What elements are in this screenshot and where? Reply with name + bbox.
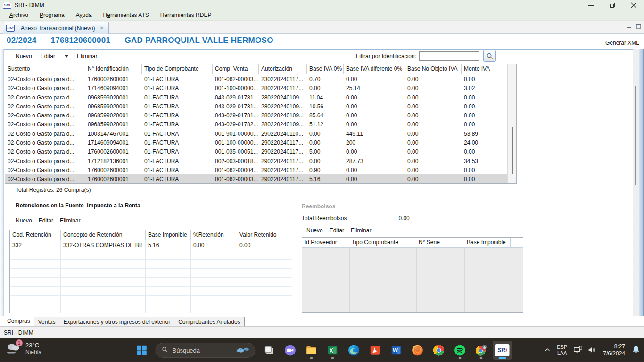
view-maximize-icon[interactable]	[636, 24, 641, 30]
network-icon[interactable]	[573, 345, 583, 356]
column-header[interactable]: Tipo de Comprobante	[142, 64, 213, 74]
scrollbar-thumb[interactable]	[512, 127, 513, 174]
table-row[interactable]: 02-Costo o Gasto para d...17600026000010…	[5, 165, 516, 174]
column-header[interactable]: Base IVA diferente 0%	[344, 64, 405, 74]
filter-input[interactable]	[419, 51, 479, 61]
column-header[interactable]: Monto IVA	[462, 64, 507, 74]
cell: 0.00	[405, 165, 462, 174]
dropdown-caret-icon[interactable]	[65, 55, 68, 58]
column-header[interactable]: Concepto de Retención	[61, 230, 146, 240]
cell	[237, 296, 283, 304]
toolbar-editar-button[interactable]: Editar	[330, 227, 344, 234]
volume-icon[interactable]	[587, 345, 597, 356]
tab-compras[interactable]: Compras	[3, 316, 34, 326]
toolbar-nuevo-button[interactable]: Nuevo	[16, 217, 32, 224]
table-row[interactable]: 02-Costo o Gasto para d...17121821360010…	[5, 156, 516, 165]
cell: 230220240117...	[259, 74, 307, 83]
cell: 01-FACTURA	[142, 165, 213, 174]
column-header[interactable]: N° Serie	[416, 238, 464, 247]
word-icon[interactable]: W	[387, 341, 406, 360]
toolbar-eliminar-button[interactable]: Eliminar	[351, 227, 371, 234]
tab-close-icon[interactable]: ✕	[99, 25, 103, 31]
tab-anexo-transaccional[interactable]: SRi Anexo Transaccional (Nuevo) ✕	[3, 22, 109, 34]
table-row[interactable]: 02-Costo o Gasto para d...09685990200010…	[5, 120, 516, 129]
weather-widget[interactable]: 1 23°C Niebla	[5, 341, 41, 357]
notification-bell-icon[interactable]	[631, 345, 641, 356]
column-header[interactable]: Valor Retenido	[237, 230, 283, 240]
form-vertical-scrollbar[interactable]	[633, 49, 639, 316]
chrome-icon[interactable]	[429, 341, 448, 360]
tray-chevron-icon[interactable]	[544, 346, 551, 355]
table-row[interactable]: 02-Costo o Gasto para d...17146090940010…	[5, 83, 516, 92]
column-header[interactable]: Id Proveedor	[302, 238, 349, 247]
column-header[interactable]: Sustento	[5, 64, 85, 74]
menu-programa[interactable]: Programa	[34, 11, 70, 20]
column-header[interactable]: Base No Objeto IVA	[405, 64, 462, 74]
cell	[146, 287, 191, 295]
menu-herramientas-ats[interactable]: Herramientas ATS	[98, 11, 155, 20]
firefox-icon[interactable]	[408, 341, 427, 360]
restore-button[interactable]	[602, 0, 623, 10]
toolbar-nuevo-button[interactable]: Nuevo	[306, 227, 323, 234]
start-button[interactable]	[132, 341, 151, 360]
pdf-reader-icon[interactable]	[366, 341, 385, 360]
clock[interactable]: 8:27 7/6/2024	[603, 343, 625, 357]
table-row[interactable]: 02-Costo o Gasto para d...17600026000010…	[5, 174, 516, 183]
table-row[interactable]: 332332-OTRAS COMPRAS DE BIE...5.160.000.…	[10, 240, 292, 251]
chat-icon[interactable]	[281, 341, 300, 360]
table-row[interactable]: 02-Costo o Gasto para d...17600026000010…	[5, 147, 516, 156]
toolbar-eliminar-button[interactable]: Eliminar	[60, 217, 80, 224]
compras-scrollbar[interactable]	[507, 64, 516, 183]
close-button[interactable]	[623, 0, 644, 10]
toolbar-editar-button[interactable]: Editar	[39, 217, 53, 224]
column-header[interactable]: Comp. Venta	[213, 64, 259, 74]
reembolsos-table[interactable]: Id ProveedorTipo ComprobanteN° SerieBase…	[302, 237, 523, 313]
file-explorer-icon[interactable]	[302, 341, 321, 360]
cell: 0.00	[462, 74, 507, 83]
minimize-button[interactable]	[580, 0, 602, 10]
excel-icon[interactable]: X	[323, 341, 342, 360]
column-header[interactable]: Base Imponible	[146, 230, 191, 240]
reembolsos-title: Reembolsos	[302, 203, 335, 210]
edge-icon[interactable]	[345, 341, 363, 360]
table-row[interactable]: 02-Costo o Gasto para d...09685990200010…	[5, 111, 516, 120]
table-row[interactable]: 02-Costo o Gasto para d...10031474670010…	[5, 129, 516, 138]
task-view-icon[interactable]	[260, 341, 279, 360]
table-row[interactable]: 02-Costo o Gasto para d...09685990200010…	[5, 93, 516, 102]
tab-comprobantes[interactable]: Comprobantes Anulados	[174, 317, 244, 326]
toolbar-nuevo-button[interactable]: Nuevo	[16, 53, 32, 59]
spotify-icon[interactable]	[451, 341, 470, 360]
search-button[interactable]	[483, 50, 496, 62]
column-separator	[464, 248, 465, 312]
menu-ayuda[interactable]: Ayuda	[70, 11, 98, 20]
cell	[10, 304, 61, 313]
chrome-profile-icon[interactable]	[472, 341, 491, 360]
column-header[interactable]: Autorización	[259, 64, 307, 74]
menu-herramientas-rdep[interactable]: Herramientas RDEP	[155, 11, 217, 20]
menu-archivo[interactable]: Archivo	[4, 11, 34, 20]
compras-table[interactable]: SustentoN° IdentificaciónTipo de Comprob…	[5, 64, 517, 184]
tab-exportaciones[interactable]: Exportaciones y otros ingresos del exter…	[59, 317, 174, 326]
column-header[interactable]: Base IVA 0%	[307, 64, 344, 74]
column-header[interactable]: %Retención	[191, 230, 237, 240]
tab-ventas[interactable]: Ventas	[34, 317, 60, 326]
toolbar-editar-button[interactable]: Editar	[41, 53, 55, 59]
table-row[interactable]: 02-Costo o Gasto para d...09685990200010…	[5, 102, 516, 111]
column-header[interactable]: Tipo Comprobante	[349, 238, 416, 247]
cell: 0.90	[307, 165, 344, 174]
column-header[interactable]: N° Identificación	[85, 64, 142, 74]
cell: 02-Costo o Gasto para d...	[5, 111, 85, 120]
column-header[interactable]: Base Imponible	[464, 238, 511, 247]
table-row[interactable]: 02-Costo o Gasto para d...17600026000010…	[5, 74, 516, 83]
view-minimize-icon[interactable]	[627, 24, 632, 30]
search-box[interactable]: Búsqueda	[156, 343, 256, 358]
generate-xml-button[interactable]: Generar XML	[605, 40, 639, 46]
cell: 01-FACTURA	[142, 174, 213, 183]
sri-dimm-icon[interactable]: SRi	[493, 341, 512, 360]
cell: 01-FACTURA	[142, 74, 213, 83]
retenciones-table[interactable]: Cod. RetenciónConcepto de RetenciónBase …	[9, 230, 292, 313]
column-header[interactable]: Cod. Retención	[10, 230, 61, 240]
language-indicator[interactable]: ESP LAA	[557, 344, 567, 356]
table-row[interactable]: 02-Costo o Gasto para d...17146090940010…	[5, 138, 516, 147]
toolbar-eliminar-button[interactable]: Eliminar	[77, 53, 97, 59]
